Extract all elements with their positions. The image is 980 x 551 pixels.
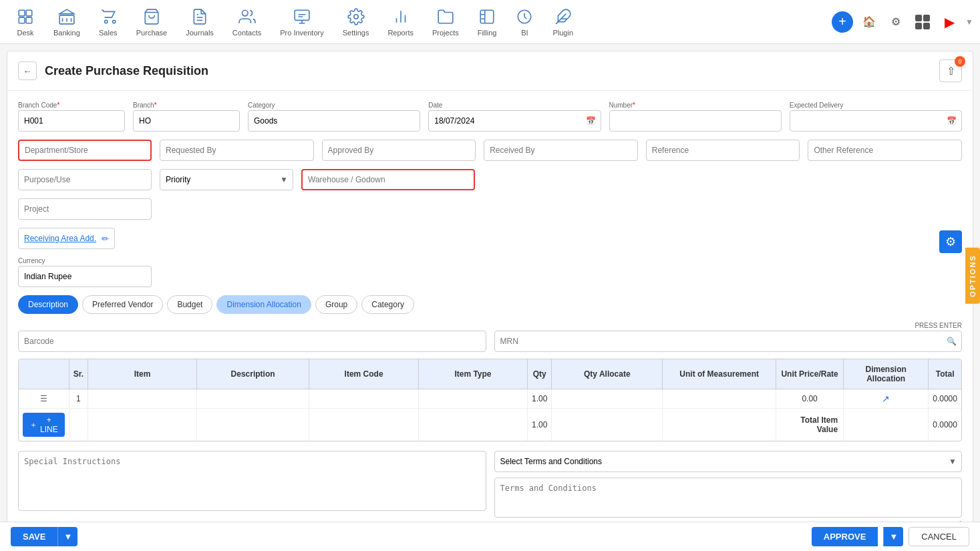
nav-item-sales[interactable]: Sales — [90, 0, 127, 44]
nav-item-purchase[interactable]: Purchase — [127, 0, 176, 44]
category-input[interactable] — [248, 110, 420, 132]
barcode-input[interactable] — [18, 331, 486, 352]
svg-rect-0 — [19, 10, 25, 16]
row-unit-price[interactable]: 0.00 — [776, 389, 844, 409]
calendar-icon[interactable]: 📅 — [586, 116, 596, 126]
branch-label: Branch* — [133, 102, 240, 109]
upload-button[interactable]: ⇧ 0 — [939, 59, 962, 82]
row-dimension-allocation[interactable]: ↗ — [844, 389, 929, 409]
tab-category[interactable]: Category — [361, 295, 414, 314]
nav-item-projects[interactable]: Projects — [423, 0, 468, 44]
branch-input[interactable] — [133, 110, 240, 132]
nav-item-bi[interactable]: BI — [506, 0, 543, 44]
footer-empty-desc — [196, 409, 309, 441]
other-reference-input[interactable] — [808, 140, 962, 161]
tab-description[interactable]: Description — [18, 295, 78, 314]
row-item-type-input[interactable] — [423, 394, 523, 404]
number-input[interactable] — [609, 110, 782, 132]
nav-item-banking[interactable]: Banking — [44, 0, 90, 44]
nav-item-pro-inventory[interactable]: Pro Inventory — [271, 0, 333, 44]
header-right-buttons: ⇧ 0 — [939, 59, 962, 82]
department-store-input[interactable] — [18, 140, 152, 161]
row-item-code[interactable] — [309, 389, 419, 409]
requested-by-input[interactable] — [160, 140, 314, 161]
form-area: Branch Code* Branch* Category Date 📅 Num… — [7, 91, 973, 551]
cancel-button[interactable]: CANCEL — [909, 527, 969, 546]
tab-group[interactable]: Group — [315, 295, 357, 314]
terms-conditions-textarea[interactable] — [494, 478, 963, 518]
row-drag-handle[interactable]: ☰ — [19, 389, 69, 409]
row-item-type[interactable] — [418, 389, 527, 409]
received-by-group — [484, 140, 638, 161]
bottom-area: Select Terms and Conditions ▼ ℹ — [18, 451, 962, 530]
options-tab[interactable]: OPTIONS — [965, 248, 980, 304]
project-group — [18, 198, 152, 220]
external-link-icon[interactable]: ↗ — [882, 393, 890, 404]
row-qty[interactable]: 1.00 — [528, 389, 552, 409]
tab-budget[interactable]: Budget — [167, 295, 212, 314]
row-uom[interactable] — [663, 389, 776, 409]
warehouse-godown-input[interactable] — [301, 169, 475, 190]
row-item-code-input[interactable] — [313, 394, 414, 404]
upload-icon: ⇧ — [947, 65, 955, 77]
nav-item-journals[interactable]: Journals — [176, 0, 223, 44]
row-qty-allocate[interactable] — [552, 389, 663, 409]
gear-button[interactable]: ⚙ — [885, 11, 907, 33]
nav-label-plugin: Plugin — [552, 29, 573, 37]
back-button[interactable]: ← — [18, 61, 37, 80]
row-description-input[interactable] — [201, 394, 305, 404]
priority-group: Priority ▼ — [160, 169, 293, 190]
row-item-input[interactable] — [92, 394, 192, 404]
special-instructions-input[interactable] — [18, 451, 486, 511]
upload-badge: 0 — [955, 56, 965, 67]
footer-left: SAVE ▼ — [11, 527, 77, 546]
grid-button[interactable] — [912, 11, 933, 33]
items-table-container: Sr. Item Description Item Code Item Type… — [18, 359, 962, 441]
receiving-area-group: Receiving Area Add. ✏ — [18, 228, 115, 249]
approved-by-input[interactable] — [322, 140, 476, 161]
terms-conditions-select[interactable]: Select Terms and Conditions — [494, 451, 963, 472]
nav-label-sales: Sales — [99, 29, 118, 37]
project-input[interactable] — [18, 198, 152, 220]
save-button[interactable]: SAVE — [11, 527, 57, 546]
branch-code-input[interactable] — [18, 110, 125, 132]
save-dropdown-button[interactable]: ▼ — [57, 527, 77, 546]
reference-input[interactable] — [646, 140, 800, 161]
expected-delivery-calendar-icon[interactable]: 📅 — [947, 116, 957, 126]
home-button[interactable]: 🏠 — [858, 11, 880, 33]
nav-item-plugin[interactable]: Plugin — [543, 0, 583, 44]
priority-select[interactable]: Priority — [160, 169, 293, 190]
currency-input[interactable] — [18, 266, 152, 287]
approve-button[interactable]: APPROVE — [812, 527, 878, 546]
approve-dropdown-button[interactable]: ▼ — [883, 527, 903, 546]
row-item[interactable] — [88, 389, 197, 409]
received-by-input[interactable] — [484, 140, 638, 161]
row-qty-allocate-input[interactable] — [556, 394, 658, 404]
nav-item-settings[interactable]: Settings — [333, 0, 379, 44]
nav-item-contacts[interactable]: Contacts — [223, 0, 271, 44]
youtube-button[interactable]: ▶ — [939, 11, 960, 33]
add-line-button[interactable]: ＋ + LINE — [23, 413, 65, 437]
purpose-use-input[interactable] — [18, 169, 152, 190]
add-new-button[interactable]: + — [832, 11, 853, 33]
nav-item-reports[interactable]: Reports — [378, 0, 423, 44]
category-label: Category — [248, 102, 420, 109]
tab-preferred-vendor[interactable]: Preferred Vendor — [82, 295, 163, 314]
tab-dimension-allocation[interactable]: Dimension Allocation — [216, 295, 311, 314]
mrn-search-icon[interactable]: 🔍 — [947, 337, 957, 346]
row-uom-input[interactable] — [667, 394, 772, 404]
nav-item-desk[interactable]: Desk — [7, 0, 44, 44]
date-input[interactable] — [428, 110, 601, 132]
save-dropdown-icon: ▼ — [63, 532, 72, 542]
page-header: ← Create Purchase Requisition ⇧ 0 — [7, 51, 973, 91]
gear-settings-button[interactable]: ⚙ — [939, 230, 962, 253]
mrn-input[interactable] — [494, 331, 963, 352]
nav-label-purchase: Purchase — [136, 29, 167, 37]
total-item-value-label: Total Item Value — [776, 409, 844, 441]
edit-icon[interactable]: ✏ — [102, 234, 109, 244]
nav-item-filling[interactable]: Filling — [468, 0, 506, 44]
main-content: ← Create Purchase Requisition ⇧ 0 Branch… — [7, 51, 973, 551]
receiving-area-link[interactable]: Receiving Area Add. — [24, 234, 96, 243]
row-description[interactable] — [196, 389, 309, 409]
expected-delivery-input[interactable] — [790, 110, 962, 132]
